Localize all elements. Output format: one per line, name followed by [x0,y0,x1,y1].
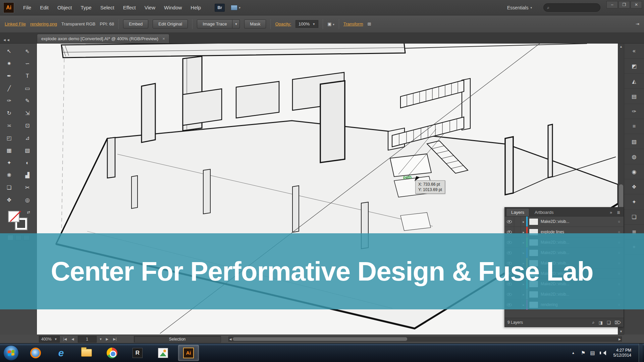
network-icon[interactable]: ▤ [590,350,595,356]
appearance-panel-icon[interactable]: ◉ [624,164,644,179]
line-segment-tool[interactable]: ╱ [0,82,18,95]
graphic-styles-panel-icon[interactable]: ❖ [624,179,644,194]
scroll-down-icon[interactable]: ▼ [618,328,624,335]
mask-button[interactable]: Mask [244,19,266,28]
opacity-link[interactable]: Opacity: [275,21,291,26]
width-tool[interactable]: ≍ [0,119,18,132]
first-artboard-icon[interactable]: |◀ [62,337,68,341]
menu-select[interactable]: Select [96,3,119,12]
show-desktop-button[interactable] [639,344,643,362]
tray-expand-icon[interactable]: ▲ [570,350,576,356]
transparency-panel-icon[interactable]: ◍ [624,149,644,164]
start-button[interactable] [3,345,19,361]
brushes-panel-icon[interactable]: ✑ [624,104,644,119]
fill-color-swatch[interactable] [8,211,19,222]
close-button[interactable]: ✕ [631,1,642,8]
next-artboard-icon[interactable]: ▶ [105,337,110,341]
column-graph-tool[interactable]: ▟ [18,169,37,181]
locate-object-icon[interactable]: ⌕ [592,320,594,325]
swatches-panel-icon[interactable]: ▤ [624,89,644,104]
lock-toggle[interactable] [514,217,521,227]
taskbar-clock[interactable]: 4:27 PM 5/12/2014 [611,348,634,358]
search-input[interactable]: ⌕ [543,3,600,12]
swap-fill-stroke-icon[interactable]: ⇄ [27,210,30,215]
new-layer-icon[interactable]: ❏ [607,320,611,325]
artboard-number-field[interactable]: 1 [78,336,97,343]
horizontal-scroll-thumb[interactable] [233,337,407,341]
lasso-tool[interactable]: ∽ [18,57,37,70]
panel-menu-icon[interactable]: ≣ [615,209,622,216]
scroll-up-icon[interactable]: ▲ [618,44,624,50]
style-preset-icon[interactable]: ▣ ▾ [327,21,334,26]
taskbar-rhino-button[interactable]: R [127,345,148,361]
magic-wand-tool[interactable]: ✷ [0,57,18,70]
collapse-toolbar-icon[interactable]: ◄◄ [0,37,37,43]
selection-tool[interactable]: ↖ [0,45,18,57]
menu-effect[interactable]: Effect [119,3,140,12]
shape-builder-tool[interactable]: ◰ [0,132,18,144]
workspace-switcher[interactable]: Essentials ▾ [507,5,532,10]
pencil-tool[interactable]: ✎ [18,95,37,107]
bridge-icon[interactable]: Br [215,4,225,12]
horizontal-scrollbar[interactable]: ◀ ▶ [228,337,622,342]
last-artboard-icon[interactable]: ▶| [112,337,117,341]
linked-file-link[interactable]: Linked File [5,21,26,26]
artboards-panel-icon[interactable]: ❏ [624,209,644,225]
scroll-left-icon[interactable]: ◀ [229,337,232,341]
tab-layers[interactable]: Layers [506,208,529,216]
dock-control-icon[interactable]: ⇥ [636,21,639,26]
blend-tool[interactable]: ◐ [18,157,37,169]
layer-thumbnail[interactable] [529,218,538,225]
taskbar-internet-explorer-button[interactable]: e [51,345,71,361]
action-center-icon[interactable]: ⚑ [581,350,585,356]
gradient-tool[interactable]: ▧ [18,144,37,157]
free-transform-tool[interactable]: ⊡ [18,119,37,132]
tab-artboards[interactable]: Artboards [530,208,558,216]
expand-arrow-icon[interactable]: ▸ [521,220,526,224]
document-tab[interactable]: explode axon demo [Converted].AI* @ 400%… [37,34,169,43]
image-trace-dropdown[interactable]: ▼ [232,19,240,28]
hand-tool[interactable]: ✥ [0,194,18,206]
restore-button[interactable]: ❐ [619,1,630,8]
transform-link[interactable]: Transform [343,21,363,26]
menu-file[interactable]: File [19,3,36,12]
symbol-sprayer-tool[interactable]: ❋ [0,169,18,181]
menu-type[interactable]: Type [76,3,96,12]
eyedropper-tool[interactable]: ✦ [0,157,18,169]
menu-window[interactable]: Window [160,3,186,12]
zoom-tool[interactable]: ◎ [18,194,37,206]
close-tab-icon[interactable]: × [162,36,165,41]
delete-layer-icon[interactable]: ⌦ [615,320,621,325]
taskbar-illustrator-button[interactable]: Ai [178,345,199,361]
collapse-panel-icon[interactable]: » [608,209,614,216]
rotate-tool[interactable]: ↻ [0,107,18,119]
visibility-toggle[interactable] [505,217,514,227]
opacity-field[interactable]: 100% ▼ [296,20,318,28]
rectangle-tool[interactable]: ▭ [18,82,37,95]
layer-row[interactable]: ▸ Make2D::visib... ○ [505,217,624,227]
taskbar-firefox-button[interactable] [25,345,46,361]
direct-selection-tool[interactable]: ⇖ [18,45,37,57]
free-transform-icon[interactable]: ⊞ [367,21,371,26]
edit-original-button[interactable]: Edit Original [153,19,188,28]
symbols-panel-icon[interactable]: ✦ [624,194,644,209]
clipping-mask-icon[interactable]: ◨ [599,320,603,325]
collapse-panels-icon[interactable]: « [624,44,644,59]
zoom-level-field[interactable]: 400% ▼ [39,336,60,343]
menu-view[interactable]: View [140,3,160,12]
slice-tool[interactable]: ✂ [18,181,37,194]
taskbar-chrome-button[interactable] [102,345,122,361]
scale-tool[interactable]: ⇲ [18,107,37,119]
taskbar-explorer-button[interactable] [76,345,97,361]
menu-help[interactable]: Help [186,3,205,12]
minimize-button[interactable]: – [606,1,618,8]
type-tool[interactable]: T [18,70,37,82]
paintbrush-tool[interactable]: ✑ [0,95,18,107]
file-name-link[interactable]: rendering.png [30,21,57,26]
volume-icon[interactable] [600,351,606,355]
stroke-panel-icon[interactable]: ≡ [624,119,644,134]
embed-button[interactable]: Embed [123,19,148,28]
menu-object[interactable]: Object [53,3,76,12]
mesh-tool[interactable]: ▦ [0,144,18,157]
perspective-grid-tool[interactable]: ⊿ [18,132,37,144]
